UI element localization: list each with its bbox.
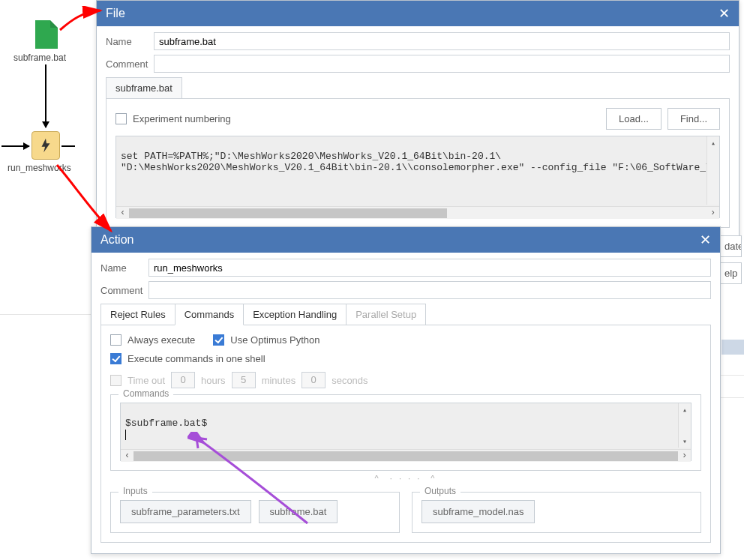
scroll-left-icon[interactable]: ‹	[116, 208, 129, 218]
commands-code-line: $subframe.bat$	[125, 418, 207, 429]
edge-file-to-action	[45, 64, 46, 127]
file-node-label: subframe.bat	[14, 52, 66, 63]
commands-legend: Commands	[118, 388, 173, 399]
file-tab[interactable]: subframe.bat	[106, 77, 182, 98]
inputs-fieldset: Inputs subframe_parameters.txt subframe.…	[110, 492, 400, 533]
scroll-right-icon[interactable]: ›	[678, 451, 691, 461]
file-name-input[interactable]	[154, 32, 730, 50]
commands-hscroll[interactable]: ‹ ›	[121, 449, 691, 462]
hours-label: hours	[201, 375, 226, 386]
input-item-button[interactable]: subframe_parameters.txt	[120, 500, 251, 523]
action-node-label: run_meshworks	[8, 163, 71, 173]
outputs-fieldset: Outputs subframe_model.nas	[412, 492, 701, 533]
use-optimus-python-checkbox[interactable]	[213, 334, 224, 346]
bg-divider	[717, 375, 744, 376]
seconds-label: seconds	[332, 375, 368, 386]
outputs-legend: Outputs	[420, 486, 460, 496]
file-vscroll[interactable]: ▴	[706, 136, 719, 205]
file-code-line2: "D:\MeshWorks2020\MeshWorks_V20.1_64Bit\…	[121, 162, 719, 173]
file-comment-label: Comment	[106, 58, 148, 70]
scroll-up-icon[interactable]: ▴	[707, 136, 719, 149]
text-cursor-icon	[125, 430, 126, 440]
tab-exception-handling[interactable]: Exception Handling	[243, 304, 346, 325]
close-icon[interactable]: ✕	[700, 233, 711, 247]
edge-out-action	[62, 145, 75, 147]
action-name-label: Name	[100, 262, 142, 274]
bg-divider	[717, 397, 744, 398]
workflow-graph: subframe.bat run_meshworks	[0, 0, 105, 315]
file-node[interactable]	[35, 20, 58, 49]
background-bar	[722, 340, 744, 355]
close-icon[interactable]: ✕	[718, 7, 730, 20]
action-dialog-titlebar[interactable]: Action ✕	[92, 227, 720, 253]
minutes-label: minutes	[262, 375, 296, 386]
edge-in-action	[2, 145, 29, 147]
scroll-down-icon[interactable]: ▾	[679, 435, 691, 448]
action-dialog-title: Action	[100, 233, 134, 247]
action-name-input[interactable]	[148, 259, 711, 277]
always-execute-label: Always execute	[128, 334, 195, 346]
commands-code-area[interactable]: $subframe.bat$ ▴ ▾ ‹ ›	[120, 403, 692, 461]
lightning-icon	[38, 137, 54, 154]
action-comment-label: Comment	[100, 285, 142, 296]
action-comment-input[interactable]	[148, 281, 711, 299]
timeout-checkbox[interactable]	[110, 375, 122, 386]
experiment-numbering-label: Experiment numbering	[133, 113, 231, 124]
scroll-right-icon[interactable]: ›	[706, 208, 719, 218]
file-dialog: File ✕ Name Comment subframe.bat Experim…	[96, 0, 740, 239]
file-hscroll[interactable]: ‹ ›	[116, 206, 719, 219]
use-optimus-python-label: Use Optimus Python	[230, 334, 320, 346]
one-shell-checkbox[interactable]	[110, 353, 122, 364]
file-hscroll-thumb[interactable]	[129, 208, 447, 218]
commands-hscroll-thumb[interactable]	[134, 451, 678, 461]
timeout-hours-input[interactable]: 0	[171, 372, 195, 388]
file-dialog-titlebar[interactable]: File ✕	[97, 1, 739, 26]
inputs-legend: Inputs	[118, 486, 152, 496]
scroll-left-icon[interactable]: ‹	[121, 451, 134, 461]
load-button[interactable]: Load...	[606, 108, 662, 130]
timeout-label: Time out	[128, 375, 165, 386]
tab-parallel-setup: Parallel Setup	[346, 304, 426, 325]
action-node[interactable]	[32, 131, 60, 160]
always-execute-checkbox[interactable]	[110, 334, 122, 346]
file-name-label: Name	[106, 36, 148, 47]
file-code-area[interactable]: set PATH=%PATH%;"D:\MeshWorks2020\MeshWo…	[116, 136, 720, 218]
find-button[interactable]: Find...	[668, 108, 720, 130]
splitter-handle[interactable]: ^ · · · · ^	[110, 474, 701, 483]
scroll-up-icon[interactable]: ▴	[679, 403, 691, 416]
action-dialog: Action ✕ Name Comment Reject Rules Comma…	[91, 226, 721, 554]
commands-fieldset: Commands $subframe.bat$ ▴ ▾ ‹ ›	[110, 394, 701, 471]
file-code-line1: set PATH=%PATH%;"D:\MeshWorks2020\MeshWo…	[121, 151, 501, 162]
timeout-minutes-input[interactable]: 5	[232, 372, 256, 388]
commands-vscroll[interactable]: ▴ ▾	[678, 403, 691, 448]
tab-commands[interactable]: Commands	[175, 304, 244, 325]
input-item-button[interactable]: subframe.bat	[259, 500, 338, 523]
timeout-seconds-input[interactable]: 0	[302, 372, 326, 388]
file-dialog-title: File	[106, 7, 125, 20]
file-comment-input[interactable]	[154, 55, 730, 73]
experiment-numbering-checkbox[interactable]	[116, 113, 127, 124]
one-shell-label: Execute commands in one shell	[128, 353, 266, 364]
output-item-button[interactable]: subframe_model.nas	[422, 500, 535, 523]
tab-reject-rules[interactable]: Reject Rules	[100, 304, 176, 325]
